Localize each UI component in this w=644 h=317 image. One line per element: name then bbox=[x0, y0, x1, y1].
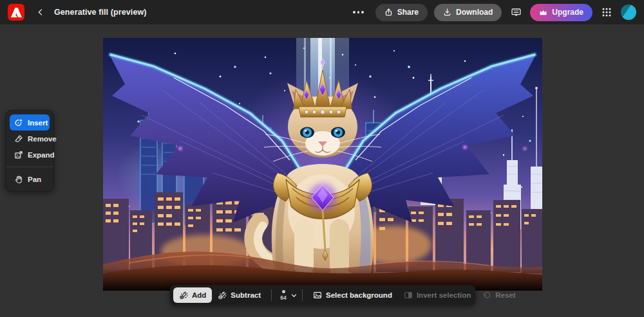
reset-label: Reset bbox=[495, 291, 515, 299]
download-button-label: Download bbox=[456, 8, 493, 17]
generative-insert-icon bbox=[14, 118, 23, 127]
share-button[interactable]: Share bbox=[375, 4, 428, 21]
share-icon bbox=[384, 8, 393, 17]
brush-add-label: Add bbox=[192, 291, 206, 299]
reset-button[interactable]: Reset bbox=[477, 287, 521, 303]
feedback-icon[interactable] bbox=[508, 5, 524, 20]
brush-add-icon bbox=[179, 291, 188, 300]
invert-selection-icon bbox=[404, 291, 413, 300]
panel-divider bbox=[6, 167, 53, 167]
selection-toolbar: Add Subtract 64 Sele bbox=[170, 285, 475, 305]
reset-icon bbox=[482, 291, 491, 300]
select-background-label: Select background bbox=[326, 291, 392, 299]
brush-add-button[interactable]: Add bbox=[173, 287, 212, 303]
toolbar-divider bbox=[302, 289, 303, 301]
invert-selection-button[interactable]: Invert selection bbox=[398, 287, 477, 303]
tool-expand[interactable]: Expand bbox=[10, 147, 50, 163]
brush-subtract-button[interactable]: Subtract bbox=[212, 287, 267, 303]
back-button[interactable] bbox=[33, 5, 48, 19]
more-options-button[interactable] bbox=[350, 7, 366, 17]
tool-remove-label: Remove bbox=[28, 135, 57, 143]
tool-insert[interactable]: Insert bbox=[10, 114, 50, 131]
invert-selection-label: Invert selection bbox=[417, 291, 471, 299]
tool-pan[interactable]: Pan bbox=[10, 171, 50, 187]
adobe-logo-icon[interactable] bbox=[8, 4, 24, 21]
image-icon bbox=[313, 291, 322, 300]
upgrade-button-label: Upgrade bbox=[552, 8, 583, 17]
tool-pan-label: Pan bbox=[28, 176, 41, 183]
hand-icon bbox=[14, 175, 23, 184]
share-button-label: Share bbox=[397, 8, 419, 17]
canvas-image[interactable] bbox=[103, 38, 542, 291]
avatar[interactable] bbox=[621, 5, 636, 20]
brush-size-indicator[interactable]: 64 bbox=[276, 290, 290, 301]
select-background-button[interactable]: Select background bbox=[307, 287, 398, 303]
tool-remove[interactable]: Remove bbox=[10, 131, 50, 147]
page-title: Generative fill (preview) bbox=[54, 8, 147, 17]
brush-size-value: 64 bbox=[280, 295, 286, 301]
top-bar: Generative fill (preview) Share Download bbox=[0, 0, 644, 24]
apps-grid-icon[interactable] bbox=[599, 5, 614, 20]
tools-panel: Insert Remove Expand Pan bbox=[5, 110, 54, 192]
brush-subtract-icon bbox=[218, 291, 227, 300]
download-icon bbox=[443, 8, 451, 17]
tool-expand-label: Expand bbox=[28, 151, 55, 159]
toolbar-divider bbox=[271, 289, 272, 301]
crown-icon bbox=[539, 8, 547, 16]
brush-size-dot-icon bbox=[282, 290, 285, 293]
brush-subtract-label: Subtract bbox=[231, 291, 261, 299]
upgrade-button[interactable]: Upgrade bbox=[530, 4, 592, 21]
expand-icon bbox=[14, 150, 23, 159]
tool-insert-label: Insert bbox=[28, 119, 48, 127]
eraser-icon bbox=[14, 134, 23, 143]
brush-size-dropdown[interactable] bbox=[290, 287, 298, 303]
download-button[interactable]: Download bbox=[434, 4, 502, 21]
